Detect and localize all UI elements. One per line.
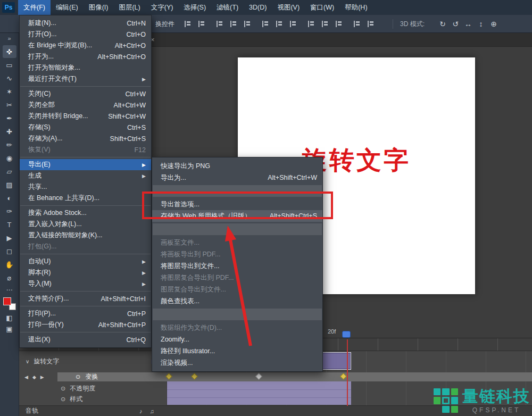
- file-menu-item[interactable]: [20, 306, 151, 306]
- distribute-right-edges-icon[interactable]: [353, 20, 361, 28]
- file-menu-item[interactable]: 导入(M) ▶: [20, 278, 151, 289]
- file-menu-item[interactable]: 共享...: [20, 181, 151, 193]
- menubar-item-select[interactable]: 选择(S): [178, 0, 211, 15]
- menubar-item-help[interactable]: 帮助(H): [339, 0, 372, 15]
- menubar-item-layer[interactable]: 图层(L): [113, 0, 145, 15]
- distribute-horizontal-centers-icon[interactable]: [335, 20, 343, 28]
- file-menu-item[interactable]: 新建(N)... Ctrl+N: [20, 18, 151, 29]
- music-note-icon[interactable]: ♫: [150, 408, 154, 414]
- align-vertical-centers-icon[interactable]: [197, 20, 206, 28]
- menubar-item-3d[interactable]: 3D(D): [244, 0, 272, 15]
- playhead-line[interactable]: [347, 339, 348, 406]
- healing-brush-tool[interactable]: ✚: [3, 125, 16, 138]
- marquee-tool[interactable]: ▭: [3, 59, 16, 71]
- align-horizontal-centers-icon[interactable]: [243, 20, 252, 28]
- file-menu-item[interactable]: 打印(P)... Ctrl+P: [20, 308, 151, 319]
- pen-tool[interactable]: ✑: [3, 205, 16, 218]
- menubar-item-file[interactable]: 文件(F): [18, 0, 51, 15]
- export-menu-item[interactable]: 画板至文件...: [152, 237, 322, 248]
- distribute-bottom-edges-icon[interactable]: [307, 20, 315, 28]
- eyedropper-tool[interactable]: ✒: [3, 112, 16, 124]
- 3d-drag-icon[interactable]: ↔: [462, 20, 475, 28]
- export-menu-item[interactable]: 将画板导出到 PDF...: [152, 248, 322, 260]
- next-keyframe-icon[interactable]: ▶: [40, 375, 44, 380]
- align-bottom-edges-icon[interactable]: [215, 20, 224, 28]
- export-menu-item[interactable]: 快速导出为 PNG: [152, 160, 322, 172]
- chevron-down-icon[interactable]: ∨: [26, 359, 29, 364]
- foreground-color-swatch[interactable]: [3, 297, 11, 305]
- menubar-item-type[interactable]: 文字(Y): [146, 0, 179, 15]
- file-menu-item[interactable]: [20, 157, 151, 157]
- file-menu-item[interactable]: 打开(O)... Ctrl+O: [20, 29, 151, 40]
- file-menu-item[interactable]: 打包(G)...: [20, 241, 151, 252]
- property-row-opacity[interactable]: ⊙ 不透明度: [19, 383, 167, 394]
- export-menu-item[interactable]: 将图层导出到文件...: [152, 260, 322, 272]
- file-menu-item[interactable]: 存储为(A)... Shift+Ctrl+S: [20, 133, 151, 144]
- file-menu-item[interactable]: 文件简介(F)... Alt+Shift+Ctrl+I: [20, 293, 151, 304]
- menubar-item-image[interactable]: 图像(I): [84, 0, 114, 15]
- export-menu-item[interactable]: 渲染视频...: [152, 357, 322, 369]
- hand-tool[interactable]: ✋: [3, 258, 16, 271]
- export-menu-item[interactable]: [153, 223, 322, 235]
- menubar-item-window[interactable]: 窗口(W): [305, 0, 339, 15]
- file-menu-item[interactable]: 打开为... Alt+Shift+Ctrl+O: [20, 51, 151, 62]
- file-menu-item[interactable]: 退出(X) Ctrl+Q: [20, 334, 151, 345]
- file-menu-item[interactable]: 最近打开文件(T) ▶: [20, 73, 151, 85]
- file-menu-item[interactable]: 打印一份(Y) Alt+Shift+Ctrl+P: [20, 319, 151, 330]
- file-menu-item[interactable]: 打开为智能对象...: [20, 62, 151, 73]
- file-menu-item[interactable]: [20, 291, 151, 292]
- file-menu-item[interactable]: 生成 ▶: [20, 170, 151, 181]
- shape-tool[interactable]: ◻: [3, 245, 16, 257]
- playhead-pin[interactable]: [342, 331, 351, 338]
- distribute-top-edges-icon[interactable]: [275, 20, 284, 28]
- file-menu-item[interactable]: [20, 254, 151, 254]
- property-row-transform[interactable]: ⊙ 变换: [57, 372, 532, 381]
- file-menu-item[interactable]: 置入链接的智能对象(K)...: [20, 230, 151, 241]
- file-menu-item[interactable]: 关闭(C) Ctrl+W: [20, 88, 151, 99]
- file-menu-item[interactable]: 关闭全部 Alt+Ctrl+W: [20, 99, 151, 111]
- distribute-vertical-centers-icon[interactable]: [289, 20, 297, 28]
- align-left-edges-icon[interactable]: [229, 20, 238, 28]
- 3d-scale-icon[interactable]: ⊕: [487, 20, 500, 28]
- lasso-tool[interactable]: ∿: [3, 72, 16, 85]
- export-menu-item[interactable]: 路径到 Illustrator...: [152, 345, 322, 357]
- file-menu-item[interactable]: 在 Bridge 中浏览(B)... Alt+Ctrl+O: [20, 40, 151, 51]
- export-menu-item[interactable]: Zoomify...: [152, 334, 322, 345]
- file-menu-item[interactable]: 恢复(V) F12: [20, 144, 151, 155]
- quick-selection-tool[interactable]: ✶: [3, 85, 16, 98]
- dodge-tool[interactable]: ◐: [3, 192, 16, 204]
- zoom-tool[interactable]: ⌀: [3, 271, 16, 284]
- file-menu-item[interactable]: 关闭并转到 Bridge... Shift+Ctrl+W: [20, 111, 151, 122]
- more-tools-icon[interactable]: ⋯: [6, 286, 13, 294]
- add-keyframe-icon[interactable]: ◆: [32, 375, 36, 380]
- screen-mode-icon[interactable]: ▣: [6, 325, 12, 333]
- file-menu-item[interactable]: 自动(U) ▶: [20, 256, 151, 267]
- menubar-item-filter[interactable]: 滤镜(T): [211, 0, 244, 15]
- speaker-icon[interactable]: ♪: [139, 408, 143, 414]
- quick-mask-icon[interactable]: ◧: [6, 314, 12, 322]
- path-select-tool[interactable]: ▶: [3, 231, 16, 244]
- distribute-left-edges-icon[interactable]: [321, 20, 329, 28]
- gradient-tool[interactable]: ▨: [3, 178, 16, 191]
- brush-tool[interactable]: ✏: [3, 138, 16, 151]
- file-menu-item[interactable]: [20, 86, 151, 87]
- file-menu-item[interactable]: 置入嵌入对象(L)...: [20, 219, 151, 230]
- stopwatch-icon[interactable]: ⊙: [61, 396, 65, 403]
- file-menu-item[interactable]: 搜索 Adobe Stock...: [20, 207, 151, 219]
- 3d-rotate-icon[interactable]: ↻: [436, 20, 449, 28]
- stopwatch-icon[interactable]: ⊙: [61, 385, 65, 392]
- file-menu-item[interactable]: 脚本(R) ▶: [20, 267, 151, 278]
- eraser-tool[interactable]: ▱: [3, 165, 16, 178]
- 3d-roll-icon[interactable]: ↺: [449, 20, 462, 28]
- align-top-edges-icon[interactable]: [184, 20, 192, 28]
- move-tool[interactable]: ✜: [3, 45, 16, 58]
- type-tool[interactable]: T: [3, 218, 16, 231]
- file-menu-item[interactable]: 导出(E) ▶: [20, 159, 151, 170]
- distribute-spacing-icon[interactable]: [367, 20, 375, 28]
- clip-track-block[interactable]: [167, 381, 351, 405]
- export-menu-item[interactable]: 数据组作为文件(D)...: [152, 322, 322, 334]
- property-row-style[interactable]: ⊙ 样式: [19, 394, 167, 404]
- export-menu-item[interactable]: 将图层复合导出到 PDF...: [152, 272, 322, 284]
- export-menu-item[interactable]: 图层复合导出到文件...: [152, 284, 322, 295]
- 3d-slide-icon[interactable]: ↕: [475, 20, 487, 28]
